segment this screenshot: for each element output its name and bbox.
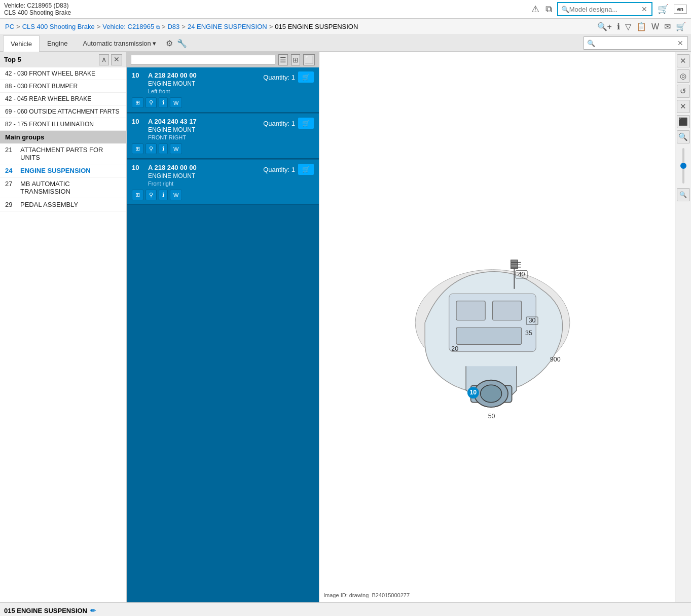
top5-collapse-btn[interactable]: ∧ <box>99 54 109 65</box>
svg-rect-2 <box>456 301 485 320</box>
parts-list-view-btn[interactable]: ☰ <box>278 54 288 65</box>
breadcrumb-cls400[interactable]: CLS 400 Shooting Brake <box>22 23 95 30</box>
cart-icon[interactable]: 🛒 <box>657 3 670 15</box>
header: Vehicle: C218965 (D83) CLS 400 Shooting … <box>0 0 691 19</box>
add-to-cart-btn-1[interactable]: 🛒 <box>298 71 314 83</box>
search-input[interactable] <box>569 6 640 13</box>
screenshot-btn[interactable]: ⬛ <box>677 115 690 128</box>
breadcrumb: PC > CLS 400 Shooting Brake > Vehicle: C… <box>0 19 691 35</box>
svg-text:30: 30 <box>528 317 535 324</box>
tab-search-clear[interactable]: ✕ <box>676 38 684 48</box>
settings-icon[interactable]: ⚙ <box>164 37 175 50</box>
main-layout: Top 5 ∧ ✕ 42 - 030 FRONT WHEEL BRAKE 88 … <box>0 52 691 602</box>
close-view-btn[interactable]: ✕ <box>677 54 690 67</box>
tab-automatic-transmission[interactable]: Automatic transmission ▾ <box>75 35 164 51</box>
warning-icon[interactable]: ⚠ <box>530 3 540 16</box>
info-btn[interactable]: ℹ <box>617 22 620 31</box>
filter-btn[interactable]: ▽ <box>625 22 631 31</box>
mail-btn[interactable]: ✉ <box>664 22 671 31</box>
header-controls: ⚠ ⧉ 🔍 ✕ 🛒 en <box>530 2 687 16</box>
svg-text:50: 50 <box>488 413 495 420</box>
breadcrumb-24-engine[interactable]: 24 ENGINE SUSPENSION <box>188 23 267 30</box>
part-info-btn-3[interactable]: ℹ <box>159 190 168 200</box>
add-to-cart-btn-2[interactable]: 🛒 <box>298 118 314 129</box>
slider-track <box>682 148 684 184</box>
part-grid-btn-1[interactable]: ⊞ <box>132 97 143 108</box>
zoom-out-btn[interactable]: 🔍 <box>677 188 690 201</box>
diagram-area[interactable]: 40 30 35 20 10 900 50 <box>319 52 675 602</box>
part-link-btn-3[interactable]: ⚲ <box>146 190 157 200</box>
tools-icon[interactable]: 🔧 <box>175 37 189 50</box>
part-link-btn-2[interactable]: ⚲ <box>146 143 157 154</box>
edit-icon[interactable]: ✏ <box>90 607 96 614</box>
part-doc-btn-3[interactable]: W <box>170 190 182 200</box>
part-info-btn-2[interactable]: ℹ <box>159 143 168 154</box>
part-name-1: ENGINE MOUNT <box>148 80 263 87</box>
search-clear-btn[interactable]: ✕ <box>640 4 648 14</box>
clear-btn[interactable]: ✕ <box>677 100 690 113</box>
list-item[interactable]: 42 - 030 FRONT WHEEL BRAKE <box>0 67 126 80</box>
part-name-3: ENGINE MOUNT <box>148 172 263 179</box>
part-info-3: A 218 240 00 00 ENGINE MOUNT Front right <box>148 164 263 187</box>
target-btn[interactable]: ◎ <box>677 69 690 83</box>
lang-selector[interactable]: en <box>674 5 687 14</box>
list-item[interactable]: 82 - 175 FRONT ILLUMINATION <box>0 118 126 131</box>
part-sub-3: Front right <box>148 180 263 187</box>
part-name-2: ENGINE MOUNT <box>148 126 263 133</box>
top5-list: 42 - 030 FRONT WHEEL BRAKE 88 - 030 FRON… <box>0 67 126 131</box>
breadcrumb-tools: 🔍+ ℹ ▽ 📋 W ✉ 🛒 <box>597 22 686 31</box>
zoom-breadcrumb-btn[interactable]: 🔍+ <box>597 22 612 31</box>
diagram-panel: 40 30 35 20 10 900 50 <box>319 52 675 602</box>
top5-header: Top 5 ∧ ✕ <box>0 52 126 67</box>
tab-vehicle[interactable]: Vehicle <box>3 35 40 52</box>
wis-btn[interactable]: W <box>651 22 659 31</box>
bottom-title: 015 ENGINE SUSPENSION ✏ <box>4 607 140 614</box>
part-qty-1: Quantity: 1 🛒 <box>263 71 314 83</box>
slider-thumb[interactable] <box>680 163 686 169</box>
copy-icon[interactable]: ⧉ <box>544 3 553 16</box>
tab-search-icon: 🔍 <box>587 40 595 47</box>
part-pos-1: 10 <box>132 71 144 79</box>
breadcrumb-vehicle[interactable]: Vehicle: C218965 ⧉ <box>102 23 160 30</box>
breadcrumb-d83[interactable]: D83 <box>167 23 179 30</box>
reset-btn[interactable]: ↺ <box>677 85 690 98</box>
diagram-svg: 40 30 35 20 10 900 50 <box>376 226 619 429</box>
doc-btn[interactable]: 📋 <box>636 22 646 31</box>
part-number-3: A 218 240 00 00 <box>148 164 263 171</box>
list-item[interactable]: 69 - 060 OUTSIDE ATTACHMENT PARTS <box>0 105 126 118</box>
part-grid-btn-3[interactable]: ⊞ <box>132 190 143 200</box>
part-info-2: A 204 240 43 17 ENGINE MOUNT FRONT RIGHT <box>148 118 263 140</box>
list-item[interactable]: 42 - 045 REAR WHEEL BRAKE <box>0 93 126 105</box>
zoom-slider[interactable] <box>682 146 684 186</box>
part-link-btn-1[interactable]: ⚲ <box>146 97 157 108</box>
part-pos-3: 10 <box>132 164 144 171</box>
sidebar-item-24[interactable]: 24 ENGINE SUSPENSION <box>0 164 126 177</box>
cart-badge: 🛒 <box>657 4 670 15</box>
sidebar-item-27[interactable]: 27 MB AUTOMATIC TRANSMISSION <box>0 177 126 198</box>
sidebar-item-21[interactable]: 21 ATTACHMENT PARTS FOR UNITS <box>0 143 126 164</box>
parts-panel: ☰ ⊞ ⬜ 10 A 218 240 00 00 ENGINE MOUNT Le… <box>127 52 319 602</box>
part-doc-btn-1[interactable]: W <box>170 97 182 108</box>
zoom-in-btn[interactable]: 🔍 <box>677 130 690 143</box>
add-to-cart-btn-3[interactable]: 🛒 <box>298 164 314 175</box>
tab-search[interactable]: 🔍 ✕ <box>584 37 688 50</box>
top5-close-btn[interactable]: ✕ <box>111 54 122 65</box>
qty-label-1: Quantity: 1 <box>263 74 295 81</box>
parts-search-input[interactable] <box>131 55 275 65</box>
part-grid-btn-2[interactable]: ⊞ <box>132 143 143 154</box>
cart-breadcrumb-btn[interactable]: 🛒 <box>676 22 686 31</box>
svg-rect-3 <box>492 301 521 320</box>
sidebar-item-29[interactable]: 29 PEDAL ASSEMBLY <box>0 198 126 211</box>
tab-engine[interactable]: Engine <box>40 35 75 51</box>
breadcrumb-pc[interactable]: PC <box>5 23 14 30</box>
list-item[interactable]: 88 - 030 FRONT BUMPER <box>0 80 126 93</box>
model-name: CLS 400 Shooting Brake <box>4 9 71 16</box>
model-search[interactable]: 🔍 ✕ <box>557 2 652 16</box>
tab-search-input[interactable] <box>595 40 676 47</box>
part-info-btn-1[interactable]: ℹ <box>159 97 168 108</box>
part-doc-btn-2[interactable]: W <box>170 143 182 154</box>
parts-grid-view-btn[interactable]: ⊞ <box>291 54 300 65</box>
search-icon: 🔍 <box>561 6 569 13</box>
parts-expand-btn[interactable]: ⬜ <box>303 54 315 65</box>
bottom-section: 015 ENGINE SUSPENSION ✏ 10 10 <box>0 602 691 616</box>
